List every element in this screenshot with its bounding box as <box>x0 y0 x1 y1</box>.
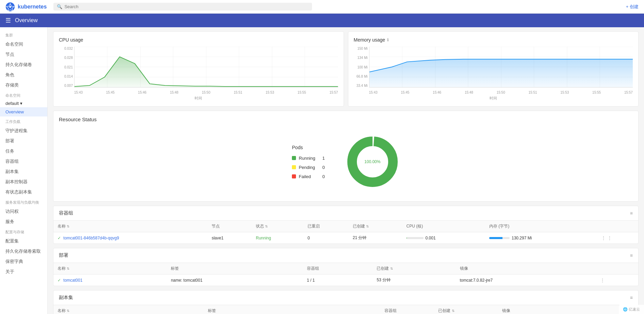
sidebar-item-pvc[interactable]: 持久化存储卷 <box>0 60 47 70</box>
col-node: 节点 <box>208 221 252 232</box>
sort-icon-status[interactable]: ⇅ <box>265 224 268 228</box>
sidebar-item-replicaset[interactable]: 副本集 <box>0 167 47 177</box>
search-bar[interactable]: 🔍 <box>53 3 312 11</box>
main-content: CPU usage 0.032 0.028 0.021 0.014 0.007 <box>48 27 644 314</box>
sidebar-item-overview[interactable]: Overview <box>0 107 47 116</box>
pod-name-link[interactable]: tomcat001-846b587d4b-qqvg9 <box>63 236 119 240</box>
sidebar-item-statefulset[interactable]: 有状态副本集 <box>0 187 47 197</box>
pod-name-cell: ✓ tomcat001-846b587d4b-qqvg9 <box>53 232 208 244</box>
memory-x-title: 时间 <box>354 96 633 101</box>
failed-dot <box>292 174 296 178</box>
svg-point-1 <box>9 6 11 7</box>
charts-row: CPU usage 0.032 0.028 0.021 0.014 0.007 <box>53 31 639 107</box>
sort-icon[interactable]: ⇅ <box>67 224 69 228</box>
nav-title: Overview <box>15 17 38 23</box>
sidebar-item-ingress[interactable]: 访问权 <box>0 206 47 217</box>
resource-status-content: Pods Running 1 Pending 0 Failed 0 <box>59 128 633 196</box>
legend-running: Running 1 <box>292 156 325 161</box>
check-icon: ✓ <box>57 236 61 240</box>
memory-chart-title: Memory usage ℹ <box>354 37 633 43</box>
sidebar-item-role[interactable]: 角色 <box>0 70 47 80</box>
dep-actions-cell: ⋮ <box>596 274 638 286</box>
rep-col-name: 名称 ⇅ <box>53 305 204 314</box>
create-button[interactable]: + 创建 <box>626 4 639 10</box>
container-section-header: 容器组 ≡ <box>53 206 638 221</box>
sidebar-item-node[interactable]: 节点 <box>0 49 47 60</box>
namespace-selector[interactable]: default ▾ <box>0 99 47 107</box>
memory-chart-area: 150 Mi 134 Mi 100 Mi 66.8 Mi 33.4 Mi <box>354 47 633 94</box>
cpu-x-title: 时间 <box>59 96 338 101</box>
hamburger-icon[interactable]: ☰ <box>5 17 11 24</box>
sidebar-item-storage[interactable]: 存储类 <box>0 80 47 90</box>
table-row: ✓ tomcat001 name: tomcat001 1 / 1 53 分钟 … <box>53 274 638 286</box>
action-menu-icon[interactable]: ⋮ <box>601 236 606 240</box>
sidebar-item-secret[interactable]: 保密字典 <box>0 256 47 267</box>
pods-legend: Pods Running 1 Pending 0 Failed 0 <box>292 145 325 179</box>
pod-created-cell: 21 分钟 <box>349 232 402 244</box>
running-dot <box>292 156 296 160</box>
deployment-filter-icon[interactable]: ≡ <box>630 253 633 258</box>
search-icon: 🔍 <box>57 4 62 9</box>
table-row: ✓ tomcat001-846b587d4b-qqvg9 slave1 Runn… <box>53 232 638 244</box>
col-restarts: 已重启 <box>303 221 349 232</box>
sidebar-item-pvc-access[interactable]: 持久化存储卷索取 <box>0 246 47 256</box>
sidebar-item-rc[interactable]: 副本控制器 <box>0 177 47 187</box>
replica-table: 名称 ⇅ 标签 容器组 已创建 ⇅ 镜像 ✓ tomcat001-846b587… <box>53 305 638 314</box>
sidebar-item-pod[interactable]: 容器组 <box>0 156 47 167</box>
sort-icon-created[interactable]: ⇅ <box>366 224 369 228</box>
col-created: 已创建 ⇅ <box>349 221 402 232</box>
col-cpu: CPU (核) <box>402 221 485 232</box>
layout: 集群 命名空间 节点 持久化存储卷 角色 存储类 命名空间 default ▾ … <box>0 27 644 314</box>
search-input[interactable] <box>64 4 309 9</box>
filter-icon[interactable]: ≡ <box>630 210 633 216</box>
mem-bar-bg <box>489 237 510 239</box>
sidebar-item-job[interactable]: 任务 <box>0 146 47 156</box>
dep-name-link[interactable]: tomcat001 <box>63 278 82 283</box>
mem-bar: 130.297 Mi <box>489 236 593 240</box>
container-section: 容器组 ≡ 名称 ⇅ 节点 状态 ⇅ 已重启 已创建 ⇅ CPU (核) 内存 … <box>53 206 639 244</box>
pending-dot <box>292 165 296 169</box>
cpu-bar: 0.001 <box>407 236 481 240</box>
dep-pods-cell: 1 / 1 <box>303 274 373 286</box>
memory-x-labels: 15:43 15:45 15:46 15:48 15:50 15:51 15:5… <box>369 91 633 94</box>
legend-pending: Pending 0 <box>292 165 325 170</box>
sidebar-item-deployment[interactable]: 部署 <box>0 136 47 146</box>
sidebar-item-namespace[interactable]: 命名空间 <box>0 39 47 49</box>
rep-col-image: 镜像 <box>498 305 606 314</box>
dep-action-icon[interactable]: ⋮ <box>600 278 605 283</box>
dep-col-image: 镜像 <box>456 263 596 274</box>
cpu-chart-area: 0.032 0.028 0.021 0.014 0.007 <box>59 47 338 94</box>
deployment-section: 部署 ≡ 名称 ⇅ 标签 容器组 已创建 ⇅ 镜像 <box>53 248 639 286</box>
cpu-chart-plot <box>74 47 338 88</box>
sidebar-item-daemonset[interactable]: 守护进程集 <box>0 126 47 136</box>
col-actions <box>597 221 638 232</box>
pod-memory-cell: 130.297 Mi <box>485 232 597 244</box>
sidebar-item-service[interactable]: 服务 <box>0 217 47 227</box>
sidebar-item-configmap[interactable]: 配置集 <box>0 236 47 246</box>
donut-label: 100.00% <box>364 159 380 164</box>
dep-col-pods: 容器组 <box>303 263 373 274</box>
pod-cpu-cell: 0.001 <box>402 232 485 244</box>
action-more-icon[interactable]: ⋮ <box>608 236 612 240</box>
svg-marker-27 <box>369 59 633 87</box>
dep-col-labels: 标签 <box>167 263 303 274</box>
dep-name-cell: ✓ tomcat001 <box>53 274 167 286</box>
workload-section-title: 工作负载 <box>0 116 47 126</box>
col-status: 状态 ⇅ <box>252 221 303 232</box>
row-actions[interactable]: ⋮ ⋮ <box>601 236 634 240</box>
check-icon: ✓ <box>57 278 61 283</box>
dep-col-created: 已创建 ⇅ <box>373 263 456 274</box>
brand-logo: 🌐 <box>623 307 629 311</box>
pod-actions-cell: ⋮ ⋮ <box>597 232 638 244</box>
cpu-bar-bg <box>407 237 424 239</box>
resource-status-card: Resource Status Pods Running 1 Pending 0 <box>53 111 639 202</box>
pod-status-cell: Running <box>252 232 303 244</box>
info-icon: ℹ <box>387 37 389 42</box>
memory-chart-card: Memory usage ℹ 150 Mi 134 Mi 100 Mi 66.8… <box>348 31 639 107</box>
nav-bar: ☰ Overview <box>0 14 644 27</box>
cluster-section-title: 集群 <box>0 30 47 39</box>
replica-filter-icon[interactable]: ≡ <box>630 295 633 300</box>
deployment-section-title: 部署 <box>59 252 68 258</box>
sidebar-item-about[interactable]: 关于 <box>0 267 47 277</box>
mem-bar-fill <box>489 237 502 239</box>
